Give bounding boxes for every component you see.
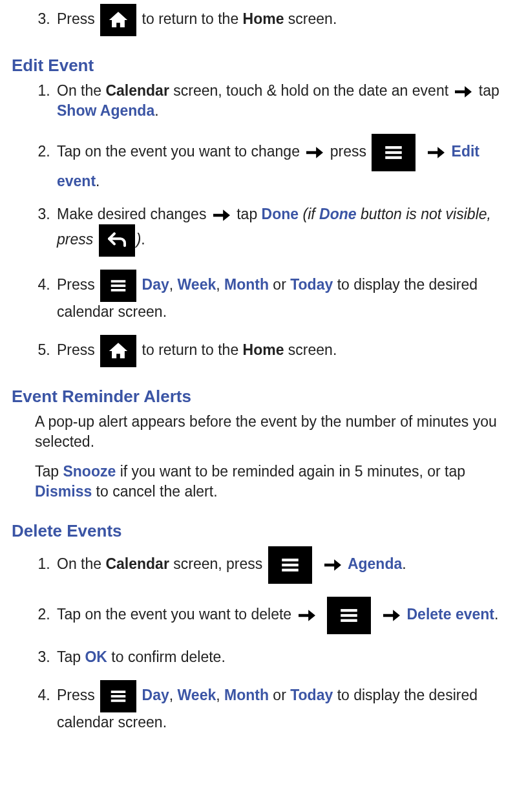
text: Tap on the event you want to change (57, 143, 304, 160)
text: Press (57, 341, 99, 358)
ui-label-today: Today (290, 276, 333, 293)
list-item: On the Calendar screen, touch & hold on … (54, 81, 514, 121)
text: . (154, 102, 158, 119)
svg-rect-2 (386, 156, 403, 159)
text: tap (474, 82, 499, 99)
text: . (141, 231, 145, 248)
list-item: Tap on the event you want to delete Dele… (54, 597, 514, 634)
back-icon (99, 224, 135, 257)
list-item: Press to return to the Home screen. (54, 4, 514, 36)
text: screen, touch & hold on the date an even… (169, 82, 453, 99)
menu-icon (100, 680, 136, 712)
text: to return to the (142, 341, 243, 358)
bold-text: Home (243, 10, 284, 27)
text: screen. (284, 341, 337, 358)
svg-rect-11 (341, 619, 358, 621)
text: On the (57, 82, 105, 99)
heading-delete-events: Delete Events (12, 520, 514, 542)
bold-text: Calendar (105, 555, 169, 572)
text: , (216, 276, 224, 293)
svg-rect-1 (386, 151, 403, 154)
text: Tap on the event you want to delete (57, 606, 296, 623)
ui-label-show-agenda: Show Agenda (57, 102, 154, 119)
text: tap (233, 206, 262, 222)
svg-rect-13 (111, 695, 126, 698)
ui-label-dismiss: Dismiss (35, 483, 92, 500)
svg-rect-4 (111, 284, 126, 287)
arrow-right-icon (383, 608, 400, 623)
ui-label-done: Done (262, 206, 299, 222)
text: On the (57, 555, 105, 572)
paragraph: Tap Snooze if you want to be reminded ag… (35, 462, 514, 502)
home-icon (100, 4, 136, 36)
list-item: Press Day, Week, Month or Today to displ… (54, 270, 514, 322)
ui-label-agenda: Agenda (348, 555, 402, 572)
svg-rect-0 (386, 146, 403, 149)
arrow-right-icon (324, 558, 341, 572)
text: Make desired changes (57, 206, 211, 222)
arrow-right-icon (213, 208, 230, 222)
text: , (169, 687, 178, 703)
text: to confirm delete. (107, 648, 226, 665)
list-item: On the Calendar screen, press Agenda. (54, 546, 514, 584)
ui-label-week: Week (178, 687, 216, 703)
list-item: Make desired changes tap Done (if Done b… (54, 204, 514, 257)
text: . (402, 555, 406, 572)
arrow-right-icon (455, 85, 472, 99)
menu-icon (372, 134, 416, 171)
bold-text: Calendar (105, 82, 169, 99)
ui-label-snooze: Snooze (63, 463, 116, 480)
text: press (326, 143, 370, 160)
text: . (96, 173, 100, 189)
arrow-right-icon (428, 145, 445, 160)
text: or (269, 276, 290, 293)
svg-rect-6 (282, 559, 299, 561)
list-item: Press to return to the Home screen. (54, 335, 514, 367)
bold-text: Home (243, 341, 284, 358)
ui-label-delete-event: Delete event (407, 606, 495, 623)
home-icon (100, 335, 136, 367)
text: Press (57, 10, 99, 27)
svg-rect-14 (111, 700, 126, 702)
menu-icon (268, 546, 312, 584)
text: to cancel the alert. (92, 483, 217, 500)
svg-rect-3 (111, 281, 126, 283)
text: . (494, 606, 498, 623)
svg-rect-9 (341, 609, 358, 612)
ui-label-today: Today (290, 687, 333, 703)
ui-label-week: Week (178, 276, 216, 293)
heading-event-reminder-alerts: Event Reminder Alerts (12, 385, 514, 408)
list-item: Press Day, Week, Month or Today to displ… (54, 680, 514, 732)
list-item: Tap on the event you want to change pres… (54, 134, 514, 191)
menu-icon (100, 270, 136, 302)
text: , (169, 276, 178, 293)
text: Press (57, 276, 99, 293)
ui-label-done: Done (319, 206, 357, 222)
text: Tap (35, 463, 63, 480)
text: Press (57, 687, 99, 703)
ui-label-day: Day (142, 276, 169, 293)
text: to return to the (142, 10, 243, 27)
svg-rect-5 (111, 289, 126, 292)
menu-icon (327, 597, 371, 634)
text: if you want to be reminded again in 5 mi… (116, 463, 465, 480)
ui-label-month: Month (224, 687, 269, 703)
svg-rect-7 (282, 564, 299, 566)
text: screen, press (169, 555, 267, 572)
list-item: Tap OK to confirm delete. (54, 647, 514, 667)
document-page: Press to return to the Home screen. Edit… (0, 4, 526, 765)
arrow-right-icon (306, 145, 323, 160)
italic-text: (if (299, 206, 319, 222)
svg-rect-8 (282, 568, 299, 571)
paragraph: A pop-up alert appears before the event … (35, 412, 514, 452)
arrow-right-icon (299, 608, 315, 623)
text: , (216, 687, 224, 703)
ui-label-day: Day (142, 687, 169, 703)
svg-rect-12 (111, 690, 126, 693)
text: Tap (57, 648, 85, 665)
svg-rect-10 (341, 614, 358, 617)
ui-label-month: Month (224, 276, 269, 293)
text: screen. (284, 10, 337, 27)
text: or (269, 687, 290, 703)
heading-edit-event: Edit Event (12, 54, 514, 77)
